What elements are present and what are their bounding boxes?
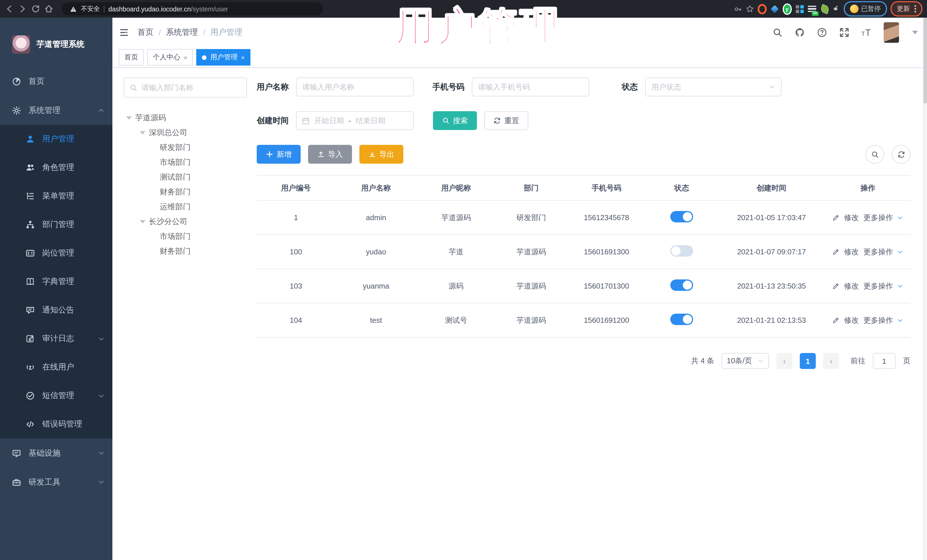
browser-update-button[interactable]: 更新	[891, 1, 922, 17]
tree-node-changsha[interactable]: 长沙分公司	[124, 214, 247, 229]
tree-node-test[interactable]: 测试部门	[124, 170, 247, 185]
browser-forward-icon[interactable]	[18, 4, 27, 14]
reset-button[interactable]: 重置	[484, 111, 528, 130]
tree-node-finance2[interactable]: 财务部门	[124, 244, 247, 259]
status-toggle-on[interactable]	[670, 211, 693, 222]
sidebar-item-post-mgmt[interactable]: 岗位管理	[0, 239, 112, 267]
status-toggle-off[interactable]	[670, 245, 693, 256]
browser-back-icon[interactable]	[5, 4, 14, 14]
more-actions-link[interactable]: 更多操作	[863, 212, 893, 223]
breadcrumb-system[interactable]: 系统管理	[166, 27, 198, 38]
extension-gem-icon[interactable]	[770, 4, 779, 14]
sidebar-item-system[interactable]: 系统管理	[0, 96, 112, 125]
sidebar-item-dev-tools[interactable]: 研发工具	[0, 467, 112, 497]
browser-reload-icon[interactable]	[31, 4, 41, 14]
header-search-icon[interactable]	[772, 27, 783, 38]
edit-link[interactable]: 修改	[844, 212, 859, 223]
sidebar-item-role-mgmt[interactable]: 角色管理	[0, 153, 112, 182]
status-toggle-on[interactable]	[670, 314, 693, 325]
extension-orange-icon[interactable]	[757, 4, 766, 14]
sidebar-item-dept-mgmt[interactable]: 部门管理	[0, 211, 112, 239]
edit-link[interactable]: 修改	[844, 247, 859, 257]
import-button[interactable]: 导入	[308, 145, 352, 164]
date-range-picker[interactable]: 开始日期 - 结束日期	[296, 111, 413, 130]
tab-profile[interactable]: 个人中心 ×	[147, 49, 193, 65]
extension-grid-icon[interactable]	[795, 4, 804, 14]
tree-caret-icon[interactable]	[140, 131, 146, 135]
extension-tampermonkey-icon[interactable]: on	[807, 4, 817, 14]
breadcrumb-home[interactable]: 首页	[137, 27, 153, 38]
sidebar-item-user-mgmt[interactable]: 用户管理	[0, 125, 112, 153]
chevron-down-icon[interactable]	[898, 215, 903, 220]
address-bar[interactable]: 不安全 dashboard.yudao.iocoder.cn/system/us…	[62, 2, 323, 15]
status-select[interactable]: 用户状态	[645, 77, 781, 96]
browser-home-icon[interactable]	[44, 4, 54, 14]
table-refresh-button[interactable]	[892, 145, 910, 164]
avatar-dropdown-caret-icon[interactable]	[912, 31, 918, 34]
search-button[interactable]: 搜索	[433, 111, 477, 130]
more-actions-link[interactable]: 更多操作	[863, 315, 893, 325]
add-button[interactable]: 新增	[257, 145, 301, 164]
prev-page-button[interactable]: ‹	[777, 353, 792, 369]
sidebar-item-error-code[interactable]: 错误码管理	[0, 410, 112, 439]
help-icon[interactable]	[817, 27, 827, 38]
export-button[interactable]: 导出	[359, 145, 403, 164]
more-actions-link[interactable]: 更多操作	[863, 247, 893, 257]
chevron-down-icon[interactable]	[898, 317, 903, 323]
font-size-icon[interactable]: TT	[862, 27, 872, 38]
tab-close-icon[interactable]: ×	[184, 54, 187, 61]
sidebar-item-label: 用户管理	[42, 134, 104, 144]
sidebar-item-audit-log[interactable]: 审计日志	[0, 325, 112, 353]
user-avatar[interactable]	[884, 22, 899, 43]
profile-paused-chip[interactable]: 已暂停	[843, 1, 887, 17]
page-1-button[interactable]: 1	[800, 353, 816, 369]
sidebar-item-notice[interactable]: 通知公告	[0, 296, 112, 325]
password-key-icon[interactable]	[734, 5, 742, 13]
tree-node-market[interactable]: 市场部门	[124, 155, 247, 170]
sidebar-item-menu-mgmt[interactable]: 菜单管理	[0, 182, 112, 211]
status-toggle-on[interactable]	[670, 279, 693, 291]
edit-link[interactable]: 修改	[844, 315, 859, 325]
tree-node-rd[interactable]: 研发部门	[124, 140, 247, 155]
dept-search-input[interactable]: 请输入部门名称	[124, 77, 247, 97]
sidebar-item-home[interactable]: 首页	[0, 67, 112, 96]
extension-leaf-icon[interactable]	[820, 4, 829, 14]
tree-caret-icon[interactable]	[126, 116, 132, 120]
sidebar-item-sms-mgmt[interactable]: 短信管理	[0, 381, 112, 410]
sidebar-item-online-users[interactable]: 在线用户	[0, 353, 112, 381]
sidebar-item-infrastructure[interactable]: 基础设施	[0, 439, 112, 467]
tab-close-icon[interactable]: ×	[241, 54, 245, 61]
app-logo-row[interactable]: 芋道管理系统	[0, 18, 112, 67]
page-scrollbar[interactable]	[923, 18, 927, 560]
tab-user-mgmt[interactable]: 用户管理 ×	[196, 49, 251, 65]
table-search-toggle-button[interactable]	[865, 145, 884, 164]
edit-link[interactable]: 修改	[844, 281, 859, 291]
tree-node-finance[interactable]: 财务部门	[124, 185, 247, 200]
github-icon[interactable]	[795, 27, 805, 38]
tree-caret-icon[interactable]	[140, 220, 146, 223]
sidebar-item-label: 审计日志	[42, 334, 91, 344]
more-actions-link[interactable]: 更多操作	[863, 281, 893, 291]
tree-node-root[interactable]: 芋道源码	[124, 111, 247, 126]
extension-green-y-icon[interactable]: y	[783, 4, 792, 14]
sidebar-collapse-icon[interactable]	[119, 28, 129, 37]
tree-node-market2[interactable]: 市场部门	[124, 229, 247, 244]
mobile-input[interactable]	[472, 77, 589, 96]
bookmark-star-icon[interactable]	[745, 5, 754, 13]
extensions-puzzle-icon[interactable]	[833, 5, 840, 12]
page-size-select[interactable]: 10条/页	[722, 353, 769, 369]
tree-node-shenzhen[interactable]: 深圳总公司	[124, 126, 247, 140]
col-actions: 操作	[825, 183, 910, 193]
goto-page-input[interactable]	[873, 353, 896, 369]
username-input[interactable]	[296, 77, 413, 96]
tab-home[interactable]: 首页	[119, 49, 144, 65]
browser-menu-icon[interactable]	[915, 5, 916, 12]
next-page-button[interactable]: ›	[823, 353, 839, 369]
not-secure-warning-icon[interactable]	[70, 5, 77, 12]
chevron-down-icon[interactable]	[898, 249, 903, 255]
sidebar-item-dict-mgmt[interactable]: 字典管理	[0, 267, 112, 296]
tree-node-ops[interactable]: 运维部门	[124, 200, 247, 214]
scrollbar-thumb[interactable]	[924, 18, 927, 103]
chevron-down-icon[interactable]	[898, 283, 903, 289]
fullscreen-icon[interactable]	[839, 27, 849, 38]
